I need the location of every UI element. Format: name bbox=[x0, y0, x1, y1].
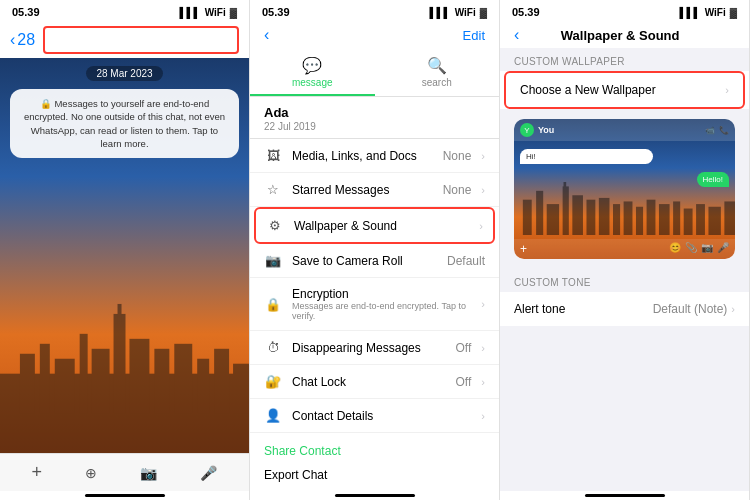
share-contact-btn[interactable]: Share Contact bbox=[264, 444, 341, 458]
wallpaper-row-chevron bbox=[725, 84, 729, 96]
svg-rect-31 bbox=[724, 201, 735, 235]
svg-rect-8 bbox=[129, 338, 149, 413]
preview-right-icons: 😊 📎 📷 🎤 bbox=[669, 242, 729, 256]
preview-video-icon: 📹 bbox=[705, 126, 715, 135]
signal-icon: ▌▌▌ bbox=[179, 7, 200, 18]
home-indicator-2 bbox=[250, 491, 499, 500]
bottom-actions: Share Contact Export Chat Clear Chat bbox=[250, 433, 499, 491]
disappearing-value: Off bbox=[456, 341, 472, 355]
svg-rect-20 bbox=[586, 200, 595, 235]
search-tab-icon: 🔍 bbox=[427, 56, 447, 75]
alert-tone-value: Default (Note) bbox=[653, 302, 728, 316]
alert-tone-row[interactable]: Alert tone Default (Note) bbox=[500, 292, 749, 326]
svg-rect-19 bbox=[572, 195, 583, 235]
export-chat-btn[interactable]: Export Chat bbox=[264, 468, 327, 482]
preview-avatar: Y bbox=[520, 123, 534, 137]
search-tab-label: search bbox=[422, 77, 452, 88]
list-item-media[interactable]: 🖼 Media, Links, and Docs None bbox=[250, 139, 499, 173]
edit-button[interactable]: Edit bbox=[463, 28, 485, 43]
mic-icon[interactable]: 🎤 bbox=[200, 465, 217, 481]
add-icon[interactable]: + bbox=[32, 462, 43, 483]
svg-rect-22 bbox=[613, 204, 620, 235]
svg-rect-6 bbox=[114, 314, 126, 414]
starred-value: None bbox=[443, 183, 472, 197]
tab-search[interactable]: 🔍 search bbox=[375, 52, 500, 96]
back-button-2[interactable]: ‹ bbox=[264, 26, 269, 44]
svg-rect-11 bbox=[197, 358, 209, 413]
time-1: 05.39 bbox=[12, 6, 40, 18]
preview-background: Y You 📹 📞 Hi! Hello! bbox=[514, 119, 735, 259]
chat-background: 28 Mar 2023 🔒 Messages to yourself are e… bbox=[0, 58, 249, 453]
wallpaper-preview: Y You 📹 📞 Hi! Hello! bbox=[514, 119, 735, 259]
svg-rect-24 bbox=[636, 207, 643, 235]
media-chevron bbox=[481, 150, 485, 162]
settings-list: 🖼 Media, Links, and Docs None ☆ Starred … bbox=[250, 139, 499, 491]
back-button-1[interactable]: ‹ 28 bbox=[10, 31, 35, 49]
contact-name: Ada bbox=[264, 105, 485, 120]
choose-wallpaper-row[interactable]: Choose a New Wallpaper bbox=[504, 71, 745, 109]
svg-rect-23 bbox=[624, 201, 633, 235]
wallpaper-header: ‹ Wallpaper & Sound bbox=[500, 22, 749, 48]
svg-rect-1 bbox=[20, 353, 35, 413]
list-item-contact-details[interactable]: 👤 Contact Details bbox=[250, 399, 499, 433]
media-value: None bbox=[443, 149, 472, 163]
home-bar-3 bbox=[585, 494, 665, 497]
list-item-camera-roll[interactable]: 📷 Save to Camera Roll Default bbox=[250, 244, 499, 278]
panel-wallpaper-sound: 05.39 ▌▌▌ WiFi ▓ ‹ Wallpaper & Sound CUS… bbox=[500, 0, 750, 500]
list-item-disappearing[interactable]: ⏱ Disappearing Messages Off bbox=[250, 331, 499, 365]
contact-icon: 👤 bbox=[264, 408, 282, 423]
custom-wallpaper-section-label: CUSTOM WALLPAPER bbox=[500, 48, 749, 71]
contact-details-chevron bbox=[481, 410, 485, 422]
chat-lock-value: Off bbox=[456, 375, 472, 389]
list-item-starred[interactable]: ☆ Starred Messages None bbox=[250, 173, 499, 207]
camera-roll-label: Save to Camera Roll bbox=[292, 254, 437, 268]
info-tabs: 💬 message 🔍 search bbox=[250, 48, 499, 97]
list-item-chat-lock[interactable]: 🔐 Chat Lock Off bbox=[250, 365, 499, 399]
back-button-3[interactable]: ‹ bbox=[514, 26, 519, 44]
status-bar-2: 05.39 ▌▌▌ WiFi ▓ bbox=[250, 0, 499, 22]
tab-message[interactable]: 💬 message bbox=[250, 52, 375, 96]
custom-tone-section-label: CUSTOM TONE bbox=[500, 269, 749, 292]
wifi-icon: WiFi bbox=[205, 7, 226, 18]
preview-plus-icon: + bbox=[520, 242, 527, 256]
disappearing-chevron bbox=[481, 342, 485, 354]
list-item-wallpaper[interactable]: ⚙ Wallpaper & Sound bbox=[254, 207, 495, 244]
contact-date: 22 Jul 2019 bbox=[264, 121, 485, 132]
preview-action-icons: 📹 📞 bbox=[705, 126, 729, 135]
camera-roll-value: Default bbox=[447, 254, 485, 268]
svg-rect-3 bbox=[55, 358, 75, 413]
svg-rect-25 bbox=[647, 200, 656, 235]
preview-you-label: You bbox=[538, 125, 701, 135]
media-label: Media, Links, and Docs bbox=[292, 149, 433, 163]
signal-icon-2: ▌▌▌ bbox=[429, 7, 450, 18]
info-header: ‹ Edit bbox=[250, 22, 499, 48]
svg-rect-29 bbox=[696, 204, 705, 235]
alert-tone-chevron bbox=[731, 303, 735, 315]
home-indicator-1 bbox=[0, 491, 249, 500]
time-2: 05.39 bbox=[262, 6, 290, 18]
city-silhouette bbox=[0, 294, 249, 453]
back-count: 28 bbox=[17, 31, 35, 49]
svg-rect-16 bbox=[547, 204, 559, 235]
disappearing-label: Disappearing Messages bbox=[292, 341, 446, 355]
chat-title-input[interactable] bbox=[43, 26, 239, 54]
list-item-encryption[interactable]: 🔒 Encryption Messages are end-to-end enc… bbox=[250, 278, 499, 331]
message-tab-label: message bbox=[292, 77, 333, 88]
home-bar-1 bbox=[85, 494, 165, 497]
svg-rect-26 bbox=[659, 204, 670, 235]
camera-icon[interactable]: 📷 bbox=[140, 465, 157, 481]
battery-icon: ▓ bbox=[230, 7, 237, 18]
sticker-icon[interactable]: ⊕ bbox=[85, 465, 97, 481]
svg-rect-12 bbox=[214, 348, 229, 413]
starred-icon: ☆ bbox=[264, 182, 282, 197]
svg-rect-10 bbox=[174, 343, 192, 413]
svg-rect-2 bbox=[40, 343, 50, 413]
svg-rect-28 bbox=[684, 208, 693, 235]
svg-rect-27 bbox=[673, 201, 680, 235]
signal-icon-3: ▌▌▌ bbox=[679, 7, 700, 18]
svg-rect-13 bbox=[233, 363, 249, 413]
chat-lock-label: Chat Lock bbox=[292, 375, 446, 389]
message-bubble: 🔒 Messages to yourself are end-to-end en… bbox=[10, 89, 239, 158]
status-bar-3: 05.39 ▌▌▌ WiFi ▓ bbox=[500, 0, 749, 22]
alert-tone-label: Alert tone bbox=[514, 302, 653, 316]
